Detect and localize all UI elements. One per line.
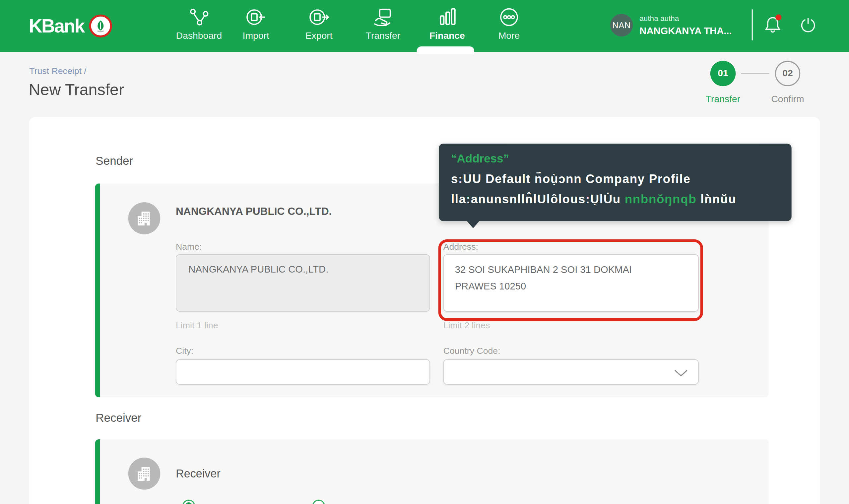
active-tab-indicator <box>417 47 474 54</box>
tooltip-pointer <box>466 220 480 228</box>
step-1-label: Transfer <box>692 94 753 105</box>
nav-item-transfer[interactable]: Transfer <box>347 6 419 41</box>
import-icon <box>220 6 292 28</box>
name-field-hint: Limit 1 line <box>176 321 218 330</box>
city-field-label: City: <box>176 346 193 356</box>
sender-building-icon <box>128 202 161 234</box>
chevron-down-icon <box>674 369 688 377</box>
more-icon <box>473 6 545 28</box>
kbank-logo[interactable]: KBank <box>29 14 112 37</box>
sender-section-title: Sender <box>95 154 133 167</box>
receiver-panel-title: Receiver <box>176 467 220 480</box>
kbank-sprout-icon <box>89 14 112 37</box>
nav-item-export[interactable]: Export <box>283 6 355 41</box>
logout-button[interactable] <box>800 17 816 33</box>
nav-item-import[interactable]: Import <box>220 6 292 41</box>
address-tooltip: “Address” s:UU Default n̄̀oụ̀ɔnn Company… <box>439 144 791 221</box>
country-code-select[interactable] <box>444 359 699 385</box>
step-2-circle: 02 <box>775 61 800 86</box>
step-1-circle: 01 <box>710 61 736 86</box>
nav-item-more[interactable]: More <box>473 6 545 41</box>
tooltip-line-1: s:UU Default n̄̀oụ̀ɔnn Company Profile <box>451 168 779 189</box>
user-company: NANGKANYA THA... <box>639 25 731 37</box>
tooltip-line-2: lla:anunsnlln̂lUlôlous:ỤlU̇u nnbnŏŋnqb l… <box>451 189 779 210</box>
app: KBank Dashboard <box>0 0 849 504</box>
avatar[interactable]: NAN <box>610 14 633 36</box>
receiver-section-title: Receiver <box>95 411 141 425</box>
export-icon <box>283 6 355 28</box>
country-code-field-label: Country Code: <box>444 346 501 356</box>
step-connector <box>741 73 770 74</box>
nav-item-finance[interactable]: Finance <box>411 6 483 41</box>
name-input[interactable]: NANGKANYA PUBLIC CO.,LTD. <box>176 254 430 312</box>
receiver-building-icon <box>128 457 161 490</box>
transfer-icon <box>347 6 419 28</box>
page-title: New Transfer <box>29 80 124 99</box>
address-highlight-box <box>438 239 703 321</box>
name-field-label: Name: <box>176 242 202 252</box>
sender-company-name: NANGKANYA PUBLIC CO.,LTD. <box>176 205 332 218</box>
header-divider <box>752 9 753 40</box>
notification-badge <box>775 14 781 20</box>
finance-icon <box>411 6 483 28</box>
step-2-label: Confirm <box>757 94 818 105</box>
tooltip-title: “Address” <box>451 152 779 165</box>
power-icon <box>800 17 816 33</box>
city-input[interactable] <box>176 359 430 385</box>
address-field-hint: Limit 2 lines <box>444 321 490 330</box>
brand-name: KBank <box>29 14 84 37</box>
breadcrumb[interactable]: Trust Receipt / <box>29 66 86 76</box>
top-navigation-bar: KBank Dashboard <box>0 0 849 52</box>
user-name: autha autha <box>639 14 679 22</box>
